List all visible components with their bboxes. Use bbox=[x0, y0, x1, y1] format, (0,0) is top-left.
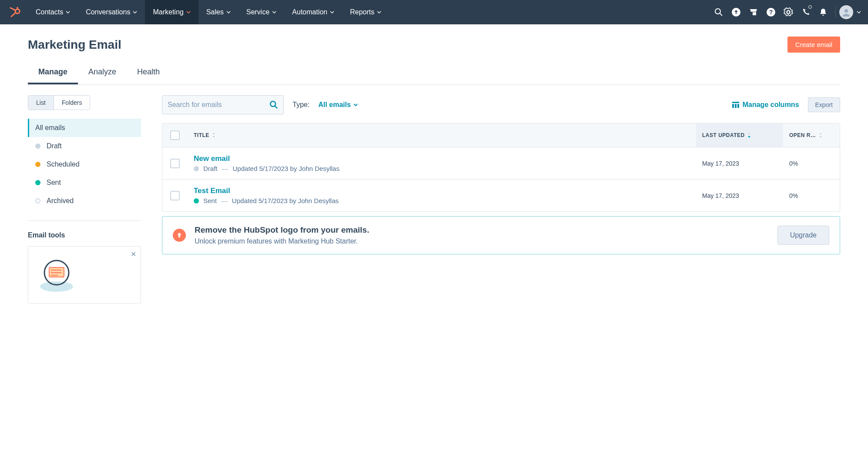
filter-scheduled[interactable]: Scheduled bbox=[28, 155, 141, 174]
svg-point-13 bbox=[40, 281, 73, 292]
filter-label: Scheduled bbox=[47, 160, 80, 168]
nav-label: Marketing bbox=[153, 8, 183, 16]
chevron-down-icon bbox=[272, 11, 276, 13]
hubspot-logo-icon[interactable] bbox=[7, 4, 23, 20]
type-label: Type: bbox=[293, 101, 310, 109]
search-input[interactable] bbox=[168, 101, 269, 109]
nav-automation[interactable]: Automation bbox=[284, 0, 342, 24]
status-dot-icon bbox=[35, 144, 40, 149]
column-label: TITLE bbox=[194, 132, 209, 138]
email-title-link[interactable]: Test Email bbox=[194, 187, 690, 195]
export-button[interactable]: Export bbox=[808, 97, 840, 112]
nav-sales[interactable]: Sales bbox=[198, 0, 239, 24]
upgrade-icon[interactable] bbox=[727, 3, 745, 21]
email-illustration-icon bbox=[37, 255, 76, 294]
chevron-down-icon bbox=[353, 103, 358, 106]
filter-label: Sent bbox=[47, 179, 61, 187]
svg-rect-23 bbox=[735, 104, 737, 108]
svg-point-12 bbox=[844, 9, 848, 13]
filter-all-emails[interactable]: All emails bbox=[28, 119, 141, 137]
settings-icon[interactable] bbox=[780, 3, 797, 21]
svg-line-2 bbox=[11, 13, 16, 17]
search-icon[interactable] bbox=[269, 100, 278, 109]
row-checkbox[interactable] bbox=[170, 159, 180, 168]
view-toggle: List Folders bbox=[28, 95, 90, 110]
help-icon[interactable]: ? bbox=[762, 3, 780, 21]
tab-health[interactable]: Health bbox=[127, 61, 170, 84]
cell-last-updated: May 17, 2023 bbox=[696, 147, 783, 179]
filter-label: Draft bbox=[47, 142, 62, 150]
search-icon[interactable] bbox=[710, 3, 727, 21]
tabs: Manage Analyze Health bbox=[28, 61, 840, 85]
select-all-checkbox[interactable] bbox=[170, 130, 180, 140]
email-meta: Sent — Updated 5/17/2023 by John Desylla… bbox=[194, 197, 690, 204]
type-select[interactable]: All emails bbox=[318, 101, 358, 109]
meta-dash: — bbox=[222, 165, 229, 172]
calling-icon[interactable] bbox=[797, 3, 814, 21]
column-open-rate[interactable]: OPEN R… bbox=[783, 124, 840, 147]
chevron-down-icon bbox=[857, 11, 861, 13]
cell-open-rate: 0% bbox=[783, 147, 840, 179]
column-last-updated[interactable]: LAST UPDATED bbox=[696, 124, 783, 147]
cell-last-updated: May 17, 2023 bbox=[696, 180, 783, 211]
filter-draft[interactable]: Draft bbox=[28, 137, 141, 155]
type-value: All emails bbox=[318, 101, 351, 109]
table-header: TITLE LAST UPDATED OPEN R… bbox=[162, 124, 840, 147]
sidebar: List Folders All emails Draft Scheduled … bbox=[28, 95, 141, 304]
select-all-column bbox=[162, 124, 188, 147]
row-checkbox[interactable] bbox=[170, 191, 180, 200]
upgrade-button[interactable]: Upgrade bbox=[777, 226, 829, 245]
filter-sent[interactable]: Sent bbox=[28, 174, 141, 192]
toolbar: Type: All emails Manage columns Export bbox=[162, 95, 840, 114]
sort-icon bbox=[212, 133, 215, 138]
svg-point-11 bbox=[787, 11, 790, 13]
account-menu[interactable] bbox=[839, 3, 861, 21]
columns-icon bbox=[732, 102, 739, 108]
manage-columns-label: Manage columns bbox=[743, 101, 799, 109]
upgrade-arrow-icon bbox=[173, 229, 186, 242]
create-email-button[interactable]: Create email bbox=[787, 37, 840, 53]
filter-label: All emails bbox=[35, 124, 65, 132]
chevron-down-icon bbox=[133, 11, 137, 13]
nav-service[interactable]: Service bbox=[239, 0, 284, 24]
status-dot-icon bbox=[35, 198, 40, 204]
chevron-down-icon bbox=[330, 11, 334, 13]
sort-icon bbox=[819, 133, 822, 138]
marketplace-icon[interactable] bbox=[745, 3, 762, 21]
svg-point-3 bbox=[17, 7, 18, 9]
column-title[interactable]: TITLE bbox=[188, 124, 696, 147]
chevron-down-icon bbox=[66, 11, 70, 13]
nav-conversations[interactable]: Conversations bbox=[78, 0, 145, 24]
nav-divider bbox=[835, 6, 836, 18]
view-folders-button[interactable]: Folders bbox=[54, 96, 90, 110]
nav-reports[interactable]: Reports bbox=[342, 0, 389, 24]
svg-rect-21 bbox=[732, 102, 739, 103]
nav-marketing[interactable]: Marketing bbox=[145, 0, 198, 24]
svg-rect-22 bbox=[732, 104, 734, 108]
tab-manage[interactable]: Manage bbox=[28, 61, 78, 84]
svg-line-20 bbox=[275, 106, 277, 108]
status-dot-icon bbox=[35, 180, 40, 185]
filter-archived[interactable]: Archived bbox=[28, 192, 141, 210]
cell-open-rate: 0% bbox=[783, 180, 840, 211]
svg-rect-24 bbox=[737, 104, 739, 108]
search-box[interactable] bbox=[162, 95, 284, 114]
nav-label: Reports bbox=[350, 8, 374, 16]
main-content: Type: All emails Manage columns Export bbox=[162, 95, 840, 304]
manage-columns-button[interactable]: Manage columns bbox=[732, 101, 799, 109]
nav-label: Automation bbox=[292, 8, 327, 16]
email-title-link[interactable]: New email bbox=[194, 154, 690, 163]
meta-dash: — bbox=[221, 197, 228, 204]
upsell-subtitle: Unlock premium features with Marketing H… bbox=[195, 237, 769, 245]
table-row: Test Email Sent — Updated 5/17/2023 by J… bbox=[162, 180, 840, 211]
view-list-button[interactable]: List bbox=[28, 96, 54, 110]
svg-text:?: ? bbox=[769, 9, 773, 16]
notifications-icon[interactable] bbox=[814, 3, 832, 21]
close-icon[interactable]: ✕ bbox=[131, 250, 136, 258]
page-title: Marketing Email bbox=[28, 38, 121, 52]
upsell-title: Remove the HubSpot logo from your emails… bbox=[195, 225, 769, 235]
nav-contacts[interactable]: Contacts bbox=[28, 0, 78, 24]
tab-analyze[interactable]: Analyze bbox=[78, 61, 127, 84]
upsell-banner: Remove the HubSpot logo from your emails… bbox=[162, 216, 840, 254]
status-dot-icon bbox=[194, 198, 199, 204]
